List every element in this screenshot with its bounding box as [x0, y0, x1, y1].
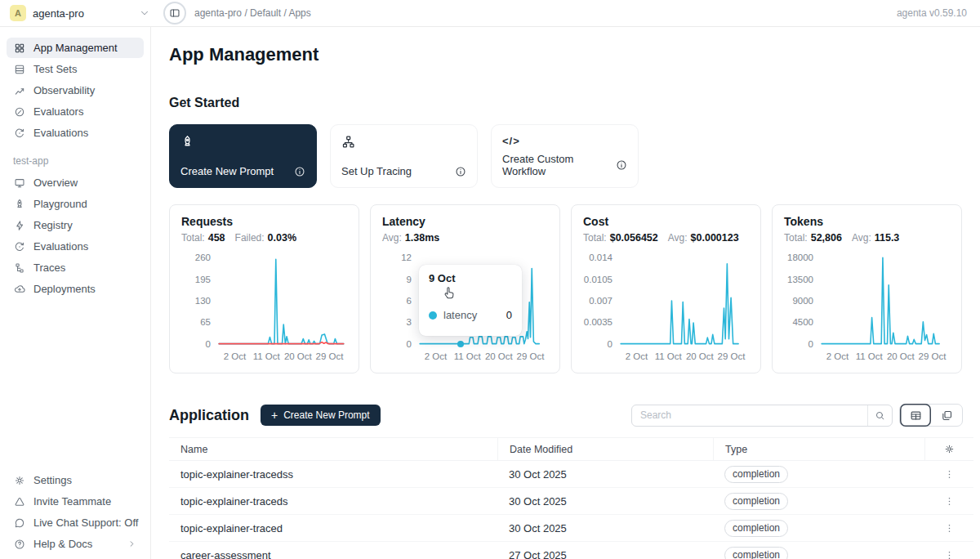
search-button[interactable]: [867, 405, 892, 426]
create-new-prompt-button[interactable]: + Create New Prompt: [261, 405, 381, 426]
table-row[interactable]: topic-explainer-tracedss 30 Oct 2025 com…: [169, 461, 973, 488]
table-row[interactable]: career-assessment 27 Oct 2025 completion: [169, 542, 973, 559]
trace-tree-icon: [14, 262, 25, 274]
column-settings-button[interactable]: [924, 438, 973, 460]
tokens-plot[interactable]: [820, 255, 950, 347]
sidebar: App Management Test Sets Observability E…: [0, 27, 151, 559]
card-view-icon: [941, 409, 953, 422]
trend-chart-icon: [14, 85, 25, 96]
app-table-body: topic-explainer-tracedss 30 Oct 2025 com…: [169, 461, 973, 559]
sidebar-item-test-sets[interactable]: Test Sets: [7, 59, 144, 79]
sidebar-item-traces[interactable]: Traces: [7, 257, 144, 278]
panel-icon: [169, 7, 180, 19]
requests-plot[interactable]: [217, 255, 347, 347]
gauge-icon: [14, 106, 25, 118]
table-view-icon: [910, 409, 922, 422]
chevron-right-icon: [127, 539, 136, 548]
sidebar-item-observability[interactable]: Observability: [7, 80, 144, 101]
sidebar-item-live-chat[interactable]: Live Chat Support: Off: [7, 512, 144, 533]
workspace-name: agenta-pro: [33, 7, 84, 20]
sidebar-item-app-management[interactable]: App Management: [7, 38, 144, 58]
plus-icon: +: [271, 409, 278, 422]
create-new-prompt-card[interactable]: Create New Prompt: [169, 124, 317, 188]
table-view-button[interactable]: [900, 404, 931, 427]
workspace-switcher[interactable]: A agenta-pro: [10, 5, 150, 21]
sidebar-footer: Settings Invite Teammate Live Chat Suppo…: [0, 469, 150, 555]
column-name: Name: [169, 438, 497, 460]
app-version: agenta v0.59.10: [897, 7, 967, 19]
tooltip-series-label: latency: [443, 309, 477, 321]
rocket-icon: [180, 135, 305, 149]
y-axis: 260195130650: [181, 255, 217, 347]
sidebar-item-settings[interactable]: Settings: [7, 470, 144, 490]
sidebar-item-evaluators[interactable]: Evaluators: [7, 101, 144, 122]
app-date-modified: 30 Oct 2025: [497, 495, 713, 508]
sidebar-item-label: Registry: [33, 219, 73, 231]
table-row[interactable]: topic-explainer-traceds 30 Oct 2025 comp…: [169, 488, 973, 515]
create-custom-workflow-card[interactable]: </> Create Custom Workflow: [491, 124, 639, 188]
y-axis: 1800013500900045000: [784, 255, 820, 347]
cost-plot[interactable]: [619, 255, 749, 347]
row-menu-button[interactable]: [944, 550, 955, 559]
sidebar-item-overview[interactable]: Overview: [7, 172, 144, 193]
card-view-button[interactable]: [931, 404, 962, 427]
kebab-icon: [944, 496, 955, 507]
info-icon[interactable]: [616, 159, 627, 171]
series-dot: [429, 311, 437, 320]
sidebar-item-help-docs[interactable]: Help & Docs: [7, 534, 144, 554]
type-badge: completion: [724, 493, 788, 510]
sidebar-item-label: Traces: [33, 262, 65, 274]
app-name: topic-explainer-tracedss: [169, 468, 497, 481]
sidebar-item-label: Overview: [33, 177, 78, 189]
cost-chart-card: Cost Total:$0.056452 Avg:$0.000123 0.014…: [571, 204, 761, 373]
info-icon[interactable]: [294, 166, 305, 177]
x-axis: 2 Oct11 Oct20 Oct29 Oct: [418, 351, 548, 363]
chart-title: Latency: [382, 215, 548, 228]
sidebar-item-label: Live Chat Support: Off: [33, 517, 138, 529]
chart-title: Cost: [583, 215, 749, 228]
sidebar-item-invite-teammate[interactable]: Invite Teammate: [7, 491, 144, 512]
table-row[interactable]: topic-explainer-traced 30 Oct 2025 compl…: [169, 515, 973, 542]
row-menu-button[interactable]: [944, 469, 955, 480]
circular-gauge-icon: [14, 241, 25, 253]
sidebar-item-label: Evaluations: [33, 240, 88, 253]
type-badge: completion: [724, 466, 788, 483]
page-title: App Management: [169, 44, 980, 65]
requests-chart-card: Requests Total:458 Failed:0.03% 26019513…: [169, 204, 359, 373]
search-input[interactable]: [632, 409, 867, 421]
kebab-icon: [944, 550, 955, 559]
view-toggle: [899, 404, 963, 427]
sidebar-item-deployments[interactable]: Deployments: [7, 279, 144, 299]
sidebar-item-evaluations[interactable]: Evaluations: [7, 123, 144, 143]
info-icon[interactable]: [455, 166, 466, 177]
type-badge: completion: [724, 547, 788, 559]
column-date-modified: Date Modified: [497, 438, 713, 460]
chart-title: Requests: [181, 215, 347, 228]
table-header: Name Date Modified Type: [169, 437, 973, 461]
gear-icon: [944, 444, 955, 454]
app-name: career-assessment: [169, 549, 497, 559]
search-icon: [875, 410, 885, 421]
y-axis: 0.0140.01050.0070.00350: [583, 255, 619, 347]
x-axis: 2 Oct11 Oct20 Oct29 Oct: [217, 351, 347, 363]
row-menu-button[interactable]: [944, 523, 955, 534]
chevron-down-icon[interactable]: [139, 7, 150, 19]
sidebar-item-registry[interactable]: Registry: [7, 215, 144, 235]
application-header: Application + Create New Prompt: [169, 404, 980, 427]
invite-icon: [14, 496, 25, 508]
sidebar-toggle-button[interactable]: [163, 2, 186, 25]
sidebar-item-label: Invite Teammate: [33, 495, 111, 508]
sidebar-item-evaluations-app[interactable]: Evaluations: [7, 236, 144, 257]
get-started-heading: Get Started: [169, 96, 980, 110]
column-type: Type: [713, 438, 924, 460]
sidebar-item-label: App Management: [33, 42, 118, 54]
circular-gauge-icon: [14, 127, 25, 139]
row-menu-button[interactable]: [944, 496, 955, 507]
y-axis: 129630: [382, 255, 418, 347]
sidebar-item-playground[interactable]: Playground: [7, 194, 144, 214]
sidebar-item-label: Test Sets: [33, 63, 77, 75]
help-icon: [14, 539, 25, 550]
set-up-tracing-card[interactable]: Set Up Tracing: [330, 124, 478, 188]
sidebar-item-label: Evaluations: [33, 127, 88, 139]
main-content: App Management Get Started Create New Pr…: [151, 27, 980, 559]
